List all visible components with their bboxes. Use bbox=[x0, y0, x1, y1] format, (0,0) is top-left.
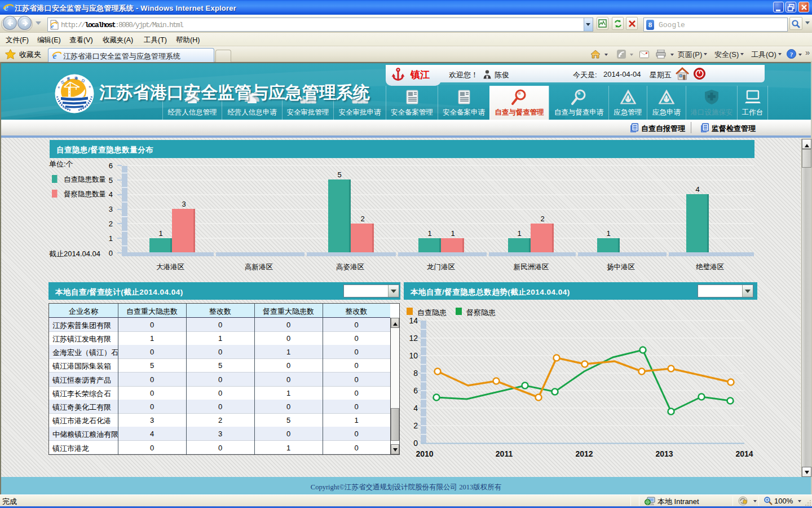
svg-text:0: 0 bbox=[109, 249, 113, 257]
svg-text:5: 5 bbox=[337, 170, 341, 179]
svg-text:10: 10 bbox=[409, 351, 418, 360]
svg-text:3: 3 bbox=[109, 205, 113, 213]
svg-text:2010: 2010 bbox=[416, 449, 433, 458]
svg-text:2013: 2013 bbox=[655, 449, 673, 458]
svg-text:4: 4 bbox=[109, 190, 113, 199]
svg-text:1: 1 bbox=[109, 234, 113, 243]
svg-text:14: 14 bbox=[409, 316, 418, 325]
svg-text:1: 1 bbox=[517, 229, 521, 238]
svg-text:1: 1 bbox=[451, 229, 454, 238]
svg-text:2: 2 bbox=[109, 220, 113, 228]
svg-text:2: 2 bbox=[540, 214, 544, 223]
svg-text:3: 3 bbox=[182, 200, 186, 208]
svg-text:1: 1 bbox=[158, 229, 162, 238]
svg-text:截止2014.04.04: 截止2014.04.04 bbox=[49, 249, 100, 258]
svg-text:?: ? bbox=[790, 51, 793, 58]
svg-text:5: 5 bbox=[109, 176, 113, 185]
svg-text:高姿港区: 高姿港区 bbox=[336, 263, 365, 271]
svg-text:新民洲港区: 新民洲港区 bbox=[514, 263, 549, 271]
svg-text:2011: 2011 bbox=[496, 449, 513, 458]
svg-text:2012: 2012 bbox=[575, 449, 593, 458]
svg-text:高新港区: 高新港区 bbox=[245, 263, 273, 271]
svg-text:4: 4 bbox=[695, 185, 699, 194]
svg-text:绝璧港区: 绝璧港区 bbox=[696, 263, 725, 271]
svg-text:督察隐患数量: 督察隐患数量 bbox=[64, 190, 106, 198]
svg-text:0: 0 bbox=[413, 439, 418, 448]
svg-text:1: 1 bbox=[427, 229, 431, 238]
svg-text:2014: 2014 bbox=[735, 449, 753, 458]
svg-text:龙门港区: 龙门港区 bbox=[427, 263, 456, 271]
svg-text:12: 12 bbox=[409, 334, 418, 343]
svg-text:单位:个: 单位:个 bbox=[49, 160, 73, 168]
svg-text:自查隐患数量: 自查隐患数量 bbox=[64, 176, 106, 183]
svg-text:2: 2 bbox=[360, 214, 364, 223]
svg-text:1: 1 bbox=[606, 229, 610, 238]
svg-text:大港港区: 大港港区 bbox=[156, 263, 185, 271]
svg-text:6: 6 bbox=[109, 161, 113, 170]
svg-text:扬中港区: 扬中港区 bbox=[607, 263, 636, 271]
